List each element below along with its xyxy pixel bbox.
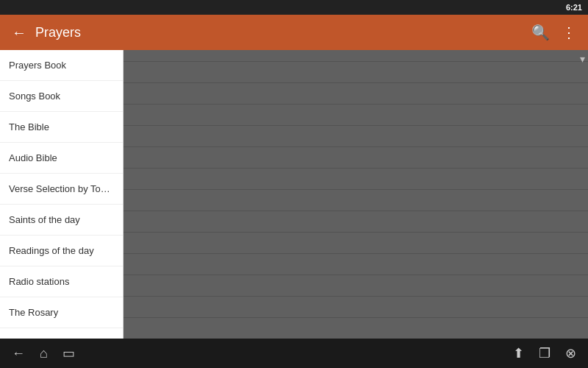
sidebar-item-7[interactable]: Radio stations bbox=[0, 266, 123, 297]
navigation-drawer: Prayers BookSongs BookThe BibleAudio Bib… bbox=[0, 50, 123, 339]
sidebar-item-2[interactable]: The Bible bbox=[0, 112, 123, 143]
status-bar: 6:21 bbox=[0, 0, 588, 15]
app-title: Prayers bbox=[35, 25, 526, 40]
system-recent-button[interactable]: ▭ bbox=[62, 345, 75, 361]
dropdown-arrow-icon: ▾ bbox=[580, 53, 585, 65]
sidebar-item-0[interactable]: Prayers Book bbox=[0, 50, 123, 81]
more-options-button[interactable]: ⋮ bbox=[556, 18, 582, 47]
content-area: Prayers BookSongs BookThe BibleAudio Bib… bbox=[0, 50, 588, 339]
system-close-button[interactable]: ⊗ bbox=[565, 345, 576, 361]
main-panel: ▾ bbox=[123, 50, 588, 339]
sidebar-item-5[interactable]: Saints of the day bbox=[0, 205, 123, 236]
time-display: 6:21 bbox=[566, 3, 582, 12]
sidebar-item-6[interactable]: Readings of the day bbox=[0, 236, 123, 266]
system-window-button[interactable]: ❐ bbox=[539, 345, 551, 361]
app-bar: ← Prayers 🔍 ⋮ bbox=[0, 15, 588, 50]
nav-left-group: ← ⌂ ▭ bbox=[12, 345, 75, 361]
system-back-button[interactable]: ← bbox=[12, 346, 25, 361]
search-button[interactable]: 🔍 bbox=[526, 18, 556, 47]
sidebar-item-4[interactable]: Verse Selection by Topics bbox=[0, 174, 123, 205]
sidebar-item-3[interactable]: Audio Bible bbox=[0, 143, 123, 174]
sidebar-item-8[interactable]: The Rosary bbox=[0, 297, 123, 328]
sidebar-item-9[interactable]: The Stations of the Cross bbox=[0, 328, 123, 339]
sidebar-item-1[interactable]: Songs Book bbox=[0, 81, 123, 112]
back-button[interactable]: ← bbox=[6, 18, 32, 47]
nav-right-group: ⬆ ❐ ⊗ bbox=[513, 345, 576, 361]
system-nav-bar: ← ⌂ ▭ ⬆ ❐ ⊗ bbox=[0, 339, 588, 368]
system-share-button[interactable]: ⬆ bbox=[513, 345, 524, 361]
system-home-button[interactable]: ⌂ bbox=[40, 346, 48, 361]
